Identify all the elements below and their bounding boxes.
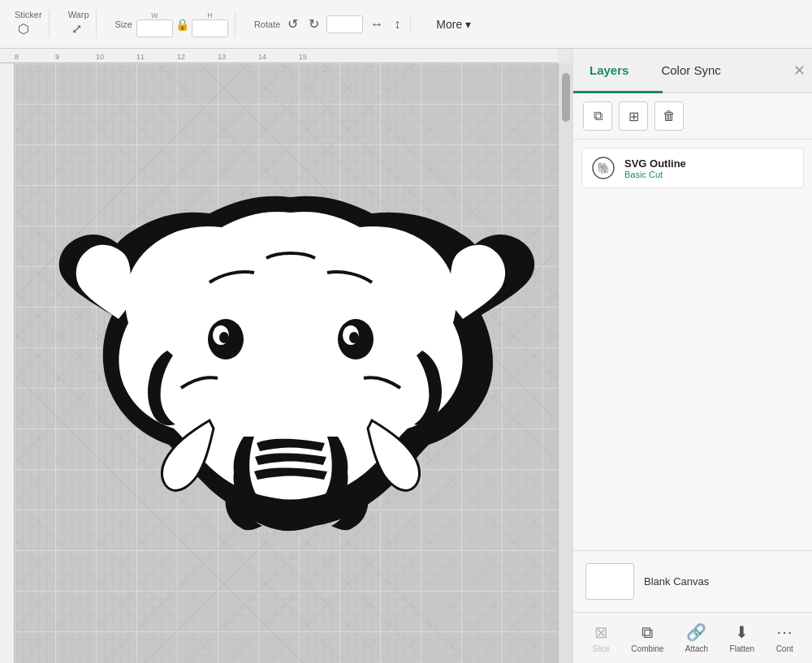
layer-item[interactable]: 🐘 SVG Outline Basic Cut xyxy=(581,148,804,188)
warp-icon-btn[interactable]: ⤢ xyxy=(68,19,85,38)
main-area: 8 9 10 11 12 13 14 15 xyxy=(0,49,812,663)
scrollbar-thumb[interactable] xyxy=(562,73,570,122)
preview-label: Blank Canvas xyxy=(644,575,709,588)
ruler-mark-10: 10 xyxy=(96,53,104,61)
flip-h-btn[interactable]: ↔ xyxy=(367,15,387,33)
ruler-mark-14: 14 xyxy=(258,53,266,61)
svg-text:🐘: 🐘 xyxy=(597,161,611,175)
lock-icon: 🔒 xyxy=(175,18,189,31)
more-arrow: ▾ xyxy=(465,18,471,31)
layer-item-info: SVG Outline Basic Cut xyxy=(624,157,795,179)
rotate-label: Rotate xyxy=(254,19,280,29)
cont-label: Cont xyxy=(776,644,793,653)
cont-icon: ⋯ xyxy=(776,622,793,642)
scrollbar-vertical[interactable] xyxy=(558,63,572,663)
attach-icon: 🔗 xyxy=(686,622,706,642)
flatten-button[interactable]: ⬇ Flatten xyxy=(723,619,762,657)
ruler-mark-9: 9 xyxy=(55,53,59,61)
ruler-mark-13: 13 xyxy=(218,53,226,61)
combine-button[interactable]: ⧉ Combine xyxy=(624,620,670,657)
right-panel: Layers Color Sync ✕ ⧉ ⊞ 🗑 🐘 xyxy=(572,49,812,663)
rotate-group: Rotate ↺ ↻ ↔ ↕ xyxy=(248,15,411,33)
more-group: More ▾ xyxy=(423,15,484,34)
panel-bottom-toolbar: ⊠ Slice ⧉ Combine 🔗 Attach ⬇ Flatten ⋯ C… xyxy=(573,612,812,663)
height-input[interactable] xyxy=(192,19,228,37)
more-label: More xyxy=(436,18,462,31)
warp-label: Warp xyxy=(68,10,89,19)
tab-layers[interactable]: Layers xyxy=(573,49,645,92)
layer-delete-btn[interactable]: 🗑 xyxy=(654,101,684,131)
preview-thumbnail xyxy=(585,563,634,600)
flatten-label: Flatten xyxy=(730,644,755,653)
slice-icon: ⊠ xyxy=(594,622,608,642)
panel-tabs: Layers Color Sync ✕ xyxy=(573,49,812,93)
svg-point-5 xyxy=(349,332,359,343)
rotate-left-btn[interactable]: ↺ xyxy=(284,15,301,33)
rotate-input[interactable] xyxy=(326,15,363,33)
layer-list: 🐘 SVG Outline Basic Cut xyxy=(573,140,812,550)
ruler-vertical xyxy=(0,63,15,663)
slice-button[interactable]: ⊠ Slice xyxy=(585,619,616,657)
layer-item-name: SVG Outline xyxy=(624,157,795,170)
svg-point-4 xyxy=(219,332,229,343)
flip-v-btn[interactable]: ↕ xyxy=(391,15,404,33)
ruler-mark-12: 12 xyxy=(177,53,185,61)
canvas-outer: 8 9 10 11 12 13 14 15 xyxy=(0,49,572,663)
warp-group: Warp ⤢ xyxy=(62,10,97,38)
ruler-mark-15: 15 xyxy=(299,53,307,61)
layer-add-btn[interactable]: ⊞ xyxy=(619,101,648,131)
layer-duplicate-btn[interactable]: ⧉ xyxy=(583,101,612,131)
width-label: W xyxy=(151,11,158,19)
width-input[interactable] xyxy=(136,19,173,37)
cont-button[interactable]: ⋯ Cont xyxy=(770,619,800,657)
attach-label: Attach xyxy=(685,644,708,653)
size-label: Size xyxy=(115,19,132,29)
attach-button[interactable]: 🔗 Attach xyxy=(679,619,715,657)
layer-item-sub: Basic Cut xyxy=(624,170,795,179)
combine-icon: ⧉ xyxy=(641,623,653,642)
ruler-horizontal: 8 9 10 11 12 13 14 15 xyxy=(0,49,558,63)
ruler-mark-8: 8 xyxy=(15,53,19,61)
panel-close-btn[interactable]: ✕ xyxy=(793,62,806,80)
canvas-preview: Blank Canvas xyxy=(573,550,812,612)
ruler-mark-11: 11 xyxy=(136,53,145,61)
sticker-group: Sticker ⬡ xyxy=(8,10,50,38)
rotate-right-btn[interactable]: ↻ xyxy=(305,15,322,33)
elephant-image[interactable] xyxy=(47,153,558,558)
canvas-grid[interactable] xyxy=(15,63,558,663)
layer-actions: ⧉ ⊞ 🗑 xyxy=(573,93,812,140)
combine-label: Combine xyxy=(631,644,663,653)
size-group: Size W 🔒 H xyxy=(109,11,235,37)
slice-label: Slice xyxy=(592,644,610,653)
sticker-icon-btn[interactable]: ⬡ xyxy=(15,19,32,38)
top-toolbar: Sticker ⬡ Warp ⤢ Size W 🔒 H Rotate ↺ ↻ xyxy=(0,0,812,49)
sticker-label: Sticker xyxy=(15,10,42,19)
layer-item-icon: 🐘 xyxy=(590,155,616,181)
flatten-icon: ⬇ xyxy=(735,622,749,642)
tab-color-sync[interactable]: Color Sync xyxy=(645,49,736,92)
more-button[interactable]: More ▾ xyxy=(430,15,477,34)
height-label: H xyxy=(207,11,213,19)
